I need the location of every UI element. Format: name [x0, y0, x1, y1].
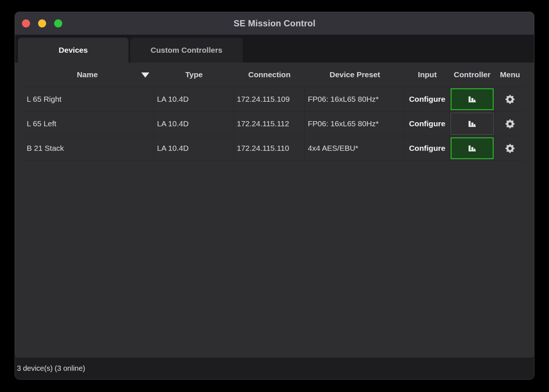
column-header-connection-label: Connection [248, 70, 291, 79]
bar-chart-icon [467, 120, 477, 127]
title-bar: SE Mission Control [15, 12, 534, 35]
device-count-status: 3 device(s) (3 online) [17, 364, 85, 373]
column-header-menu[interactable]: Menu [494, 63, 526, 87]
device-type-cell: LA 10.4D [154, 112, 234, 136]
controller-toggle-button[interactable] [451, 137, 494, 159]
device-menu-button[interactable] [503, 92, 518, 107]
controller-cell [450, 112, 494, 136]
gear-icon [505, 119, 515, 129]
column-header-type[interactable]: Type [154, 63, 234, 87]
controller-cell [450, 136, 494, 160]
tab-custom-controllers[interactable]: Custom Controllers [130, 38, 243, 63]
device-type-cell: LA 10.4D [154, 87, 234, 111]
column-header-input[interactable]: Input [405, 63, 450, 87]
app-window: SE Mission Control Devices Custom Contro… [15, 12, 534, 380]
table-row: L 65 Left LA 10.4D 172.24.115.112 FP06: … [20, 112, 526, 136]
device-name-cell: B 21 Stack [20, 136, 154, 160]
status-bar: 3 device(s) (3 online) [15, 358, 534, 379]
menu-cell [494, 87, 526, 111]
devices-panel: Name Type Connection Device Preset Input… [15, 63, 534, 358]
column-header-connection[interactable]: Connection [234, 63, 305, 87]
column-header-type-label: Type [185, 70, 202, 79]
device-preset-cell: 4x4 AES/EBU* [305, 136, 405, 160]
column-header-device-preset[interactable]: Device Preset [305, 63, 405, 87]
column-header-device-preset-label: Device Preset [330, 70, 380, 79]
menu-cell [494, 136, 526, 160]
configure-input-button[interactable]: Configure [405, 87, 450, 111]
device-connection-cell: 172.24.115.112 [234, 112, 305, 136]
device-connection-cell: 172.24.115.109 [234, 87, 305, 111]
window-title: SE Mission Control [15, 18, 534, 29]
table-header-row: Name Type Connection Device Preset Input… [20, 63, 526, 87]
tab-devices-label: Devices [59, 46, 87, 55]
controller-toggle-button[interactable] [451, 88, 494, 110]
device-preset-cell: FP06: 16xL65 80Hz* [305, 112, 405, 136]
column-header-controller-label: Controller [454, 70, 490, 79]
column-header-menu-label: Menu [500, 70, 520, 79]
column-header-name-label: Name [77, 70, 98, 79]
device-menu-button[interactable] [503, 116, 518, 131]
gear-icon [505, 143, 515, 153]
configure-input-button[interactable]: Configure [405, 112, 450, 136]
controller-cell [450, 87, 494, 111]
column-header-name[interactable]: Name [20, 63, 154, 87]
bar-chart-icon [467, 145, 477, 152]
device-name-cell: L 65 Right [20, 87, 154, 111]
tab-custom-controllers-label: Custom Controllers [150, 46, 222, 55]
table-row: L 65 Right LA 10.4D 172.24.115.109 FP06:… [20, 87, 526, 112]
gear-icon [505, 94, 515, 104]
sort-descending-icon [141, 72, 149, 78]
device-menu-button[interactable] [503, 141, 518, 156]
column-header-controller[interactable]: Controller [450, 63, 494, 87]
device-table: Name Type Connection Device Preset Input… [20, 63, 526, 161]
device-connection-cell: 172.24.115.110 [234, 136, 305, 160]
device-name-cell: L 65 Left [20, 112, 154, 136]
table-row: B 21 Stack LA 10.4D 172.24.115.110 4x4 A… [20, 136, 526, 161]
device-type-cell: LA 10.4D [154, 136, 234, 160]
controller-toggle-button[interactable] [451, 113, 494, 135]
tab-devices[interactable]: Devices [18, 38, 128, 63]
tab-bar: Devices Custom Controllers [15, 35, 534, 63]
bar-chart-icon [467, 96, 477, 103]
column-header-input-label: Input [418, 70, 437, 79]
menu-cell [494, 112, 526, 136]
device-preset-cell: FP06: 16xL65 80Hz* [305, 87, 405, 111]
configure-input-button[interactable]: Configure [405, 136, 450, 160]
